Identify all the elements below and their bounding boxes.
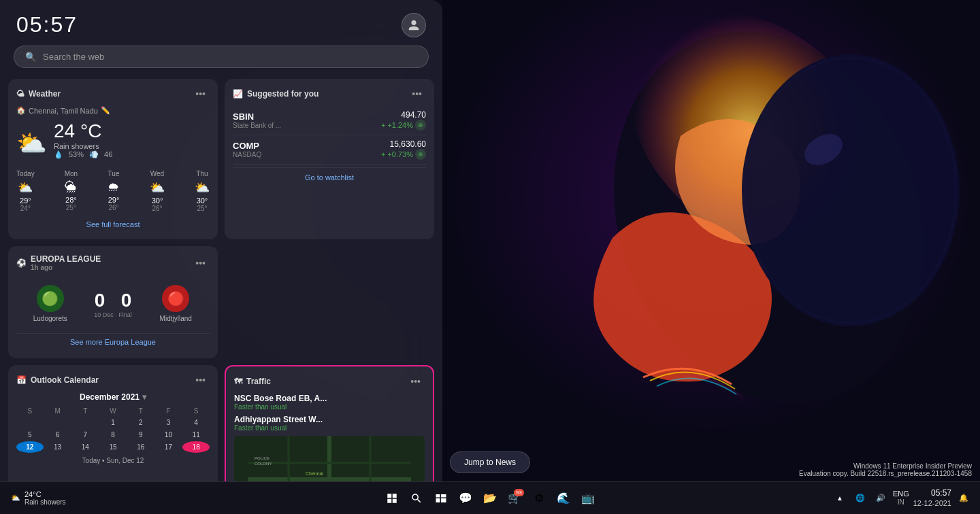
taskbar-other-button[interactable]: 📺 bbox=[577, 487, 599, 509]
stock-row-sbin[interactable]: SBIN State Bank of ... 494.70 + +1.24% ⊕ bbox=[233, 106, 426, 135]
calendar-icon: 📅 bbox=[16, 375, 27, 385]
rain-icon: 💧 bbox=[54, 150, 63, 159]
traffic-title: 🗺 Traffic bbox=[234, 377, 271, 386]
network-icon[interactable]: 🌐 bbox=[852, 490, 868, 506]
taskbar-clock[interactable]: 05:57 12-12-2021 bbox=[913, 488, 951, 509]
taskbar-settings-button[interactable]: ⚙ bbox=[528, 487, 550, 509]
taskbar-store-button[interactable]: 🛒 93 bbox=[504, 487, 525, 509]
calendar-month: December 2021 ▾ bbox=[16, 392, 210, 402]
weather-forecast: Today ⛅ 29° 24° Mon 🌦 28° 25° Tue 🌧 29° … bbox=[16, 170, 210, 212]
match-score: 🟢 Ludogorets 0 0 10 Dec · Final 🔴 Midtjy… bbox=[16, 277, 210, 330]
calendar-event-day[interactable]: 18 bbox=[182, 441, 210, 453]
svg-text:POLICE: POLICE bbox=[255, 456, 270, 460]
weather-description: Rain showers bbox=[54, 142, 112, 150]
taskbar-right: ▲ 🌐 🔊 ENG IN 05:57 12-12-2021 🔔 bbox=[832, 488, 980, 509]
score-display: 0 0 10 Dec · Final bbox=[94, 290, 132, 318]
taskbar-explorer-button[interactable]: 📂 bbox=[479, 487, 501, 509]
jump-to-news-button[interactable]: Jump to News bbox=[450, 451, 530, 473]
team-midtjylland: 🔴 Midtjylland bbox=[152, 285, 199, 322]
weather-main: ⛅ 24 °C Rain showers 💧 53% 💨 46 bbox=[16, 120, 210, 166]
calendar-header: 📅 Outlook Calendar ••• bbox=[16, 373, 210, 387]
see-more-europa[interactable]: See more Europa League bbox=[16, 333, 210, 350]
windows-start-button[interactable] bbox=[381, 487, 403, 509]
avatar-button[interactable] bbox=[402, 13, 426, 37]
forecast-thu: Thu ⛅ 30° 25° bbox=[195, 170, 210, 212]
europa-icon: ⚽ bbox=[16, 258, 27, 268]
taskbar-edge-button[interactable]: 🌊 bbox=[553, 487, 574, 509]
traffic-widget: 🗺 Traffic ••• NSC Bose Road EB, A... Fas… bbox=[225, 365, 434, 485]
calendar-widget: 📅 Outlook Calendar ••• December 2021 ▾ S… bbox=[8, 365, 218, 485]
ludogorets-logo: 🟢 bbox=[37, 285, 64, 312]
calendar-title: 📅 Outlook Calendar bbox=[16, 375, 99, 385]
store-badge: 93 bbox=[514, 489, 524, 496]
taskbar: ⛅ 24°C Rain showers 💬 bbox=[0, 481, 980, 514]
watchlist-link[interactable]: Go to watchlist bbox=[233, 167, 426, 187]
weather-taskbar[interactable]: ⛅ 24°C Rain showers bbox=[5, 485, 71, 512]
forecast-tue: Tue 🌧 29° 26° bbox=[108, 170, 120, 212]
weather-widget: 🌤 Weather ••• 🏠 Chennai, Tamil Nadu ✏️ ⛅… bbox=[8, 79, 218, 239]
taskbar-overflow-button[interactable]: ▲ bbox=[832, 490, 848, 506]
forecast-wed: Wed ⛅ 30° 26° bbox=[150, 170, 165, 212]
svg-text:Chennai: Chennai bbox=[306, 471, 324, 476]
traffic-map[interactable]: Chennai M.A. Chidambaram Stadium POLICE … bbox=[234, 436, 425, 485]
notification-button[interactable]: 🔔 bbox=[956, 490, 972, 506]
traffic-header: 🗺 Traffic ••• bbox=[234, 375, 425, 388]
search-input[interactable] bbox=[43, 52, 417, 62]
weather-temperature: 24 °C bbox=[54, 120, 112, 142]
calendar-today-label: Today • Sun, Dec 12 bbox=[16, 457, 210, 464]
edit-icon[interactable]: ✏️ bbox=[101, 106, 110, 115]
home-icon: 🏠 bbox=[16, 106, 26, 115]
europa-header: ⚽ EUROPA LEAGUE 1h ago ••• bbox=[16, 254, 210, 271]
weather-title: 🌤 Weather bbox=[16, 89, 61, 99]
weather-more-button[interactable]: ••• bbox=[191, 87, 210, 101]
traffic-location-1: NSC Bose Road EB, A... Faster than usual bbox=[234, 394, 425, 411]
traffic-icon: 🗺 bbox=[234, 377, 242, 386]
weather-condition-icon: ⛅ bbox=[16, 129, 47, 158]
svg-point-2 bbox=[742, 54, 960, 326]
calendar-today[interactable]: 12 bbox=[16, 441, 44, 453]
taskbar-chat-button[interactable]: 💬 bbox=[455, 487, 476, 509]
see-forecast-link[interactable]: See full forecast bbox=[16, 218, 210, 231]
trend-icon: 📈 bbox=[233, 89, 243, 99]
search-bar[interactable]: 🔍 bbox=[14, 46, 429, 68]
add-watchlist-icon[interactable]: ⊕ bbox=[415, 120, 426, 131]
widgets-grid: 🌤 Weather ••• 🏠 Chennai, Tamil Nadu ✏️ ⛅… bbox=[0, 79, 442, 485]
suggested-title: 📈 Suggested for you bbox=[233, 89, 318, 99]
weather-details: 💧 53% 💨 46 bbox=[54, 150, 112, 159]
suggested-more-button[interactable]: ••• bbox=[408, 87, 426, 101]
forecast-today: Today ⛅ 29° 24° bbox=[16, 170, 35, 212]
svg-text:COLONY: COLONY bbox=[255, 462, 272, 466]
forecast-mon: Mon 🌦 28° 25° bbox=[65, 170, 78, 212]
chevron-down-icon[interactable]: ▾ bbox=[142, 392, 146, 402]
traffic-location-2: Adhiyappan Street W... Faster than usual bbox=[234, 415, 425, 432]
stock-row-comp[interactable]: COMP NASDAQ 15,630.60 + +0.73% ⊕ bbox=[233, 135, 426, 165]
europa-title: ⚽ EUROPA LEAGUE 1h ago bbox=[16, 254, 101, 271]
wind-icon: 💨 bbox=[89, 150, 99, 159]
midtjylland-logo: 🔴 bbox=[162, 285, 189, 312]
widgets-panel: 05:57 🔍 🌤 Weather ••• 🏠 Chennai, Tamil N… bbox=[0, 0, 442, 488]
weather-taskbar-icon: ⛅ bbox=[11, 494, 20, 502]
up-icon-2: + bbox=[381, 150, 385, 158]
up-icon: + bbox=[381, 121, 385, 129]
taskbar-search-button[interactable] bbox=[406, 487, 427, 509]
panel-header: 05:57 bbox=[0, 0, 442, 46]
add-watchlist-icon-2[interactable]: ⊕ bbox=[415, 149, 426, 160]
sys-info-overlay: Windows 11 Enterprise Insider Preview Ev… bbox=[799, 462, 972, 477]
taskbar-taskview-button[interactable] bbox=[430, 487, 452, 509]
traffic-more-button[interactable]: ••• bbox=[406, 375, 425, 388]
suggested-widget: 📈 Suggested for you ••• SBIN State Bank … bbox=[225, 79, 434, 239]
europa-more-button[interactable]: ••• bbox=[191, 256, 210, 270]
weather-location: 🏠 Chennai, Tamil Nadu ✏️ bbox=[16, 106, 210, 115]
calendar-more-button[interactable]: ••• bbox=[191, 373, 210, 387]
panel-clock: 05:57 bbox=[16, 12, 78, 37]
language-indicator: ENG IN bbox=[893, 490, 909, 507]
weather-icon-small: 🌤 bbox=[16, 89, 24, 99]
suggested-header: 📈 Suggested for you ••• bbox=[233, 87, 426, 101]
calendar-grid: S M T W T F S 1 2 3 4 5 6 7 8 9 bbox=[16, 406, 210, 453]
taskbar-left: ⛅ 24°C Rain showers bbox=[0, 485, 71, 512]
taskbar-center: 💬 📂 🛒 93 ⚙ 🌊 📺 bbox=[381, 487, 599, 509]
volume-icon[interactable]: 🔊 bbox=[872, 490, 889, 506]
search-icon: 🔍 bbox=[25, 52, 36, 62]
europa-widget: ⚽ EUROPA LEAGUE 1h ago ••• 🟢 Ludogorets … bbox=[8, 246, 218, 358]
team-ludogorets: 🟢 Ludogorets bbox=[27, 285, 74, 322]
